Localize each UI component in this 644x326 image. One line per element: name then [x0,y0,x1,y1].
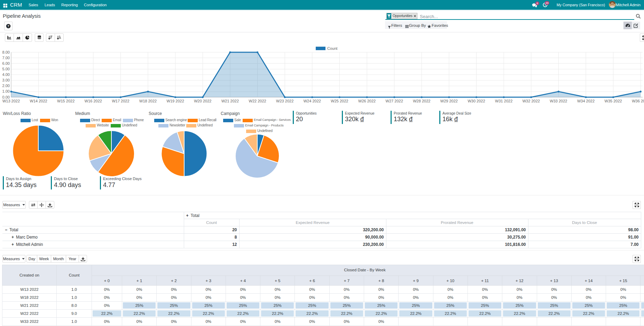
svg-text:W14 2022: W14 2022 [30,99,47,103]
svg-text:5.00: 5.00 [2,67,10,71]
svg-text:4.00: 4.00 [2,72,10,77]
svg-text:W30 2022: W30 2022 [468,99,485,103]
svg-text:W23 2022: W23 2022 [276,99,293,103]
svg-text:7.00: 7.00 [2,56,10,60]
svg-text:W36 2022: W36 2022 [632,99,644,103]
svg-text:W28 2022: W28 2022 [413,99,430,103]
svg-text:W16 2022: W16 2022 [85,99,102,103]
svg-text:2.00: 2.00 [2,84,10,88]
svg-text:W32 2022: W32 2022 [523,99,540,103]
svg-text:W34 2022: W34 2022 [577,99,595,103]
svg-text:W31 2022: W31 2022 [495,99,512,103]
svg-text:W27 2022: W27 2022 [386,99,403,103]
svg-text:W15 2022: W15 2022 [57,99,74,103]
svg-text:W25 2022: W25 2022 [331,99,348,103]
svg-text:0.00: 0.00 [2,95,10,99]
svg-text:W13 2022: W13 2022 [2,99,20,103]
svg-text:W17 2022: W17 2022 [112,99,129,103]
svg-text:W29 2022: W29 2022 [440,99,458,103]
svg-text:W18 2022: W18 2022 [139,99,157,103]
svg-text:W22 2022: W22 2022 [249,99,266,103]
svg-text:8.00: 8.00 [2,50,10,54]
svg-text:W19 2022: W19 2022 [167,99,184,103]
svg-text:6.00: 6.00 [2,61,10,65]
svg-text:1.00: 1.00 [2,89,10,93]
svg-text:W21 2022: W21 2022 [221,99,239,103]
svg-text:W33 2022: W33 2022 [550,99,567,103]
svg-text:Count: Count [327,46,337,51]
svg-text:3.00: 3.00 [2,78,10,82]
svg-text:W20 2022: W20 2022 [194,99,211,103]
svg-text:W35 2022: W35 2022 [605,99,622,103]
svg-text:W26 2022: W26 2022 [358,99,376,103]
svg-text:W24 2022: W24 2022 [304,99,321,103]
